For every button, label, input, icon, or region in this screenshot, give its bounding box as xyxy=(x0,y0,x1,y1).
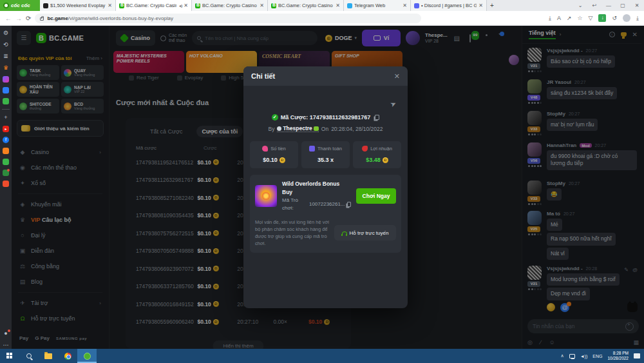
screen: cốc cốc $1,500 Weekend Evoplay Mu ✕ BC.G… xyxy=(0,0,644,363)
tab-close-icon[interactable]: ✕ xyxy=(402,3,407,8)
verified-icon: ✓ xyxy=(272,114,278,121)
save-page-icon[interactable]: ⤓ xyxy=(549,15,551,22)
tab-close-icon[interactable]: ✕ xyxy=(260,3,264,8)
url-path: /vi/game/wild-overlords-bonus-buy-by-evo… xyxy=(68,15,173,21)
stat-amount: Số tiền $0.10Ð xyxy=(250,141,298,168)
share-icon[interactable]: ↗ xyxy=(567,15,572,21)
tray-expand-icon[interactable]: ∧ xyxy=(561,353,564,358)
file-explorer-icon[interactable] xyxy=(39,349,58,363)
language-indicator[interactable]: ENG xyxy=(592,354,602,358)
tab-search-icon[interactable]: ⌄ xyxy=(573,3,587,8)
user-icon xyxy=(277,126,281,131)
tab-close-icon[interactable]: ✕ xyxy=(336,3,340,8)
modal-title: Chi tiết xyxy=(251,72,275,80)
toolbar-icons: ⤓ A ↗ ☆ ▽ ↓ ↺ ⤓ xyxy=(549,14,639,22)
address-bar[interactable]: bc.game/vi/game/wild-overlords-bonus-buy… xyxy=(35,14,421,23)
downloads-tray-icon[interactable]: ⤓ xyxy=(636,15,639,22)
stat-profit: Lợi nhuận $3.48Ð xyxy=(353,141,401,168)
history-icon[interactable]: ⟲ xyxy=(3,41,10,48)
copy-icon[interactable] xyxy=(375,115,379,120)
bet-id-row: ✓ Mã Cược: 1747938112632981767 xyxy=(243,114,408,121)
bet-id: 1747938112632981767 xyxy=(310,114,371,121)
share-icon[interactable]: ➤ xyxy=(388,99,397,110)
tab-bcgame-2[interactable]: BC.Game: Crypto Casino Gar ✕ xyxy=(192,0,268,11)
new-tab-button[interactable]: + xyxy=(487,0,497,11)
settings-gear-icon[interactable]: ⚙ xyxy=(3,30,10,37)
close-button[interactable]: ✕ xyxy=(630,3,644,8)
reload-icon[interactable]: ⟳ xyxy=(26,15,31,22)
coccoc-logo-icon xyxy=(3,3,9,8)
amount-icon xyxy=(262,146,268,152)
game-thumbnail[interactable] xyxy=(255,185,277,207)
tab-audio-icon[interactable]: ◄)) xyxy=(178,4,182,8)
coccoc-taskbar-icon[interactable] xyxy=(77,349,97,363)
tab-favicon-telegram xyxy=(347,3,352,8)
crown-icon[interactable]: ♛ xyxy=(3,64,10,72)
volume-icon[interactable]: ◄)) xyxy=(580,354,588,358)
tab-evoplay-promo[interactable]: $1,500 Weekend Evoplay Mu ✕ xyxy=(40,0,116,11)
cart-app-icon[interactable] xyxy=(3,181,9,187)
gamepad-icon[interactable] xyxy=(3,98,9,104)
player-link[interactable]: Thespectre xyxy=(277,125,318,132)
tab-close-icon[interactable]: ✕ xyxy=(108,3,112,8)
copy-icon[interactable] xyxy=(347,202,351,207)
shop-app-icon[interactable] xyxy=(3,159,9,165)
taskbar-search-icon[interactable] xyxy=(19,349,39,363)
add-shortcut-icon[interactable]: + xyxy=(3,114,10,121)
bet-by-row: By Thespectre On 20:28:04, 28/10/2022 xyxy=(243,125,408,132)
translate-icon[interactable]: A xyxy=(557,15,561,21)
facebook-icon[interactable]: f xyxy=(3,137,9,143)
bet-datetime: 20:28:04, 28/10/2022 xyxy=(331,126,383,132)
start-button[interactable] xyxy=(0,349,19,363)
play-now-button[interactable]: Chơi Ngay xyxy=(356,188,396,204)
rail-more-icon[interactable]: ⋯ xyxy=(3,342,10,349)
window-controls: ⌄ ↩ — ▢ ✕ xyxy=(573,0,644,11)
tab-favicon-bcgame xyxy=(119,3,124,8)
notifications-bell-icon[interactable]: ● xyxy=(3,330,10,337)
game-card: Wild Overlords Bonus Buy Mã Trò chơi: 10… xyxy=(250,175,401,253)
headset-icon xyxy=(342,231,347,235)
chrome-icon[interactable] xyxy=(58,349,77,363)
rail-divider xyxy=(2,109,10,110)
coccoc-side-rail: ⚙ ⟲ ≣ ♛ + ▸ f ● ⋯ xyxy=(0,26,12,349)
maximize-button[interactable]: ▢ xyxy=(616,3,630,8)
tab-discord[interactable]: • Discord | #games | BC G ✕ xyxy=(411,0,487,11)
modal-header: Chi tiết ✕ xyxy=(243,66,408,86)
bookmark-star-icon[interactable]: ☆ xyxy=(577,15,582,21)
shield-icon[interactable]: ▽ xyxy=(589,15,593,21)
tiki-icon[interactable] xyxy=(3,148,9,154)
modal-close-icon[interactable]: ✕ xyxy=(394,72,400,81)
download-manager-icon[interactable]: ↓ xyxy=(598,14,606,22)
support-note: Mọi vấn đề, xin vui lòng liên hệ với bộ … xyxy=(255,219,329,248)
youtube-icon[interactable]: ▸ xyxy=(3,126,9,132)
network-icon[interactable] xyxy=(569,354,575,358)
messenger-icon[interactable] xyxy=(3,76,9,83)
minimize-button[interactable]: — xyxy=(601,3,616,8)
back-icon[interactable]: ← xyxy=(5,15,12,22)
browser-extra-icon[interactable]: ↩ xyxy=(587,3,601,8)
tab-telegram[interactable]: Telegram Web ✕ xyxy=(344,0,411,11)
zalo-icon[interactable] xyxy=(3,87,9,93)
tab-bcgame-active[interactable]: BC.Game: Crypto Casino ◄)) ✕ xyxy=(116,0,192,11)
tab-favicon xyxy=(43,3,48,8)
profit-icon xyxy=(362,146,368,152)
garden-app-icon[interactable] xyxy=(3,170,9,176)
action-center-icon[interactable] xyxy=(634,353,640,358)
lock-icon xyxy=(40,17,44,21)
tab-close-icon[interactable]: ✕ xyxy=(184,3,188,8)
sync-icon[interactable]: ↺ xyxy=(612,15,617,21)
bet-details-modal: Chi tiết ✕ ➤ ✓ Mã Cược: 1747938112632981… xyxy=(243,66,408,308)
level-badge-icon xyxy=(314,126,319,131)
tab-bcgame-3[interactable]: BC.Game: Crypto Casino Gar ✕ xyxy=(268,0,344,11)
scrollbar[interactable] xyxy=(641,26,644,349)
profile-avatar[interactable] xyxy=(623,14,630,22)
bcgame-page: ☰ B BC.GAME Đặc quyền VIP của tôi Thêm ›… xyxy=(12,26,644,349)
coccoc-brand-button[interactable]: cốc cốc xyxy=(0,0,40,11)
clock[interactable]: 8:28 PM 10/28/2022 xyxy=(607,351,629,362)
reading-list-icon[interactable]: ≣ xyxy=(3,53,10,60)
windows-taskbar: ∧ ◄)) ENG 8:28 PM 10/28/2022 xyxy=(0,349,644,363)
forward-icon[interactable]: → xyxy=(15,15,22,22)
tab-close-icon[interactable]: ✕ xyxy=(478,3,483,8)
live-support-button[interactable]: Hỗ trợ trực tuyến xyxy=(334,225,396,240)
bet-stats: Số tiền $0.10Ð Thanh toán 35.3 x Lợi nhu… xyxy=(243,132,408,168)
